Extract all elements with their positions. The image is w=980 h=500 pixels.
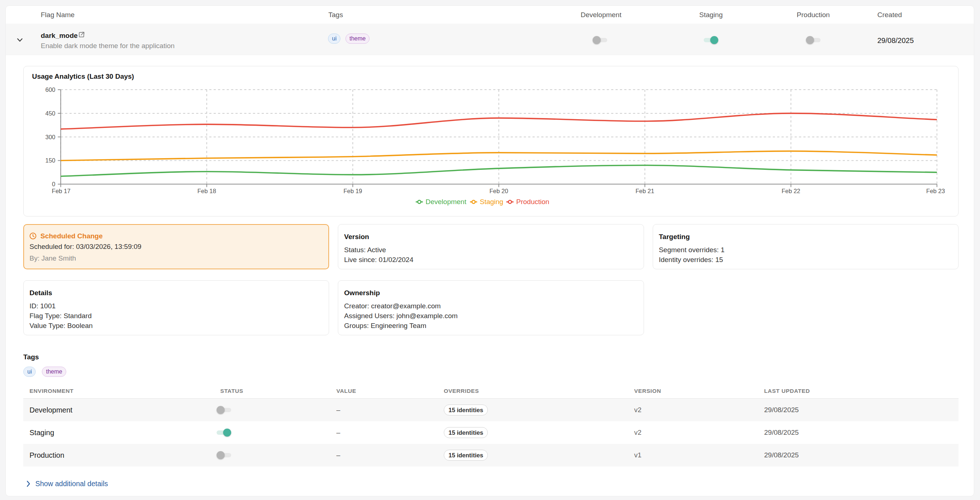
svg-text:Feb 18: Feb 18 bbox=[197, 188, 216, 194]
svg-text:150: 150 bbox=[45, 157, 55, 164]
svg-text:Feb 21: Feb 21 bbox=[636, 188, 654, 194]
svg-text:Feb 19: Feb 19 bbox=[343, 188, 362, 194]
svg-text:300: 300 bbox=[45, 134, 55, 140]
svg-text:Feb 17: Feb 17 bbox=[52, 188, 70, 194]
svg-text:600: 600 bbox=[45, 86, 55, 93]
svg-text:450: 450 bbox=[45, 110, 55, 117]
svg-text:Development: Development bbox=[426, 198, 467, 206]
svg-text:Feb 23: Feb 23 bbox=[926, 188, 945, 194]
svg-text:0: 0 bbox=[52, 181, 55, 187]
svg-text:Feb 20: Feb 20 bbox=[490, 188, 508, 194]
svg-text:Staging: Staging bbox=[480, 198, 503, 206]
svg-text:Production: Production bbox=[516, 198, 549, 206]
svg-text:Feb 22: Feb 22 bbox=[781, 188, 800, 194]
